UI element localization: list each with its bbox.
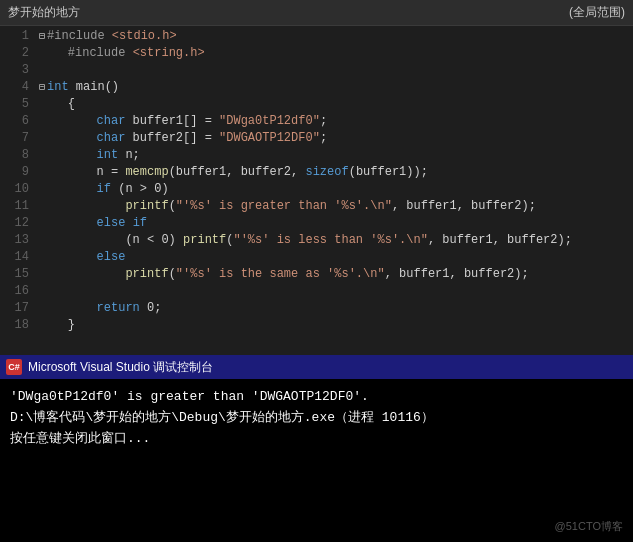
line-number: 2 xyxy=(0,45,29,62)
code-line: n = memcmp(buffer1, buffer2, sizeof(buff… xyxy=(39,164,629,181)
code-line xyxy=(39,283,629,300)
line-number: 17 xyxy=(0,300,29,317)
console-line-4: 按任意键关闭此窗口... xyxy=(10,429,623,450)
editor-scope: (全局范围) xyxy=(569,4,625,21)
watermark: @51CTO博客 xyxy=(555,518,623,536)
line-number: 14 xyxy=(0,249,29,266)
code-line: else xyxy=(39,249,629,266)
code-line: int n; xyxy=(39,147,629,164)
line-number: 1 xyxy=(0,28,29,45)
code-line: } xyxy=(39,317,629,334)
line-number: 12 xyxy=(0,215,29,232)
code-line: #include <string.h> xyxy=(39,45,629,62)
code-line: else if xyxy=(39,215,629,232)
code-line: return 0; xyxy=(39,300,629,317)
line-number: 6 xyxy=(0,113,29,130)
code-line: ⊟int main() xyxy=(39,79,629,96)
line-number: 3 xyxy=(0,62,29,79)
line-number: 18 xyxy=(0,317,29,334)
collapse-icon[interactable]: ⊟ xyxy=(39,28,45,45)
console-title: Microsoft Visual Studio 调试控制台 xyxy=(28,359,213,376)
code-line: { xyxy=(39,96,629,113)
vs-icon: C# xyxy=(6,359,22,375)
line-number: 13 xyxy=(0,232,29,249)
editor-file-title: 梦开始的地方 xyxy=(8,4,80,21)
code-line: printf("'%s' is the same as '%s'.\n", bu… xyxy=(39,266,629,283)
line-numbers: 123456789101112131415161718 xyxy=(0,26,35,355)
console-titlebar: C# Microsoft Visual Studio 调试控制台 xyxy=(0,355,633,379)
console-output: 'DWga0tP12df0' is greater than 'DWGAOTP1… xyxy=(0,379,633,542)
line-number: 7 xyxy=(0,130,29,147)
code-line: (n < 0) printf("'%s' is less than '%s'.\… xyxy=(39,232,629,249)
line-number: 4 xyxy=(0,79,29,96)
collapse-icon[interactable]: ⊟ xyxy=(39,79,45,96)
line-number: 10 xyxy=(0,181,29,198)
code-area: 123456789101112131415161718 ⊟#include <s… xyxy=(0,26,633,355)
line-number: 16 xyxy=(0,283,29,300)
console-line-1: 'DWga0tP12df0' is greater than 'DWGAOTP1… xyxy=(10,387,623,408)
editor-titlebar: 梦开始的地方 (全局范围) xyxy=(0,0,633,26)
code-line xyxy=(39,62,629,79)
line-number: 9 xyxy=(0,164,29,181)
code-line: char buffer1[] = "DWga0tP12df0"; xyxy=(39,113,629,130)
debug-console: C# Microsoft Visual Studio 调试控制台 'DWga0t… xyxy=(0,355,633,542)
line-number: 5 xyxy=(0,96,29,113)
code-line: char buffer2[] = "DWGAOTP12DF0"; xyxy=(39,130,629,147)
line-number: 11 xyxy=(0,198,29,215)
code-line: if (n > 0) xyxy=(39,181,629,198)
console-line-3: D:\博客代码\梦开始的地方\Debug\梦开始的地方.exe（进程 10116… xyxy=(10,408,623,429)
code-editor: 梦开始的地方 (全局范围) 12345678910111213141516171… xyxy=(0,0,633,355)
code-line: printf("'%s' is greater than '%s'.\n", b… xyxy=(39,198,629,215)
line-number: 15 xyxy=(0,266,29,283)
code-line: ⊟#include <stdio.h> xyxy=(39,28,629,45)
code-content[interactable]: ⊟#include <stdio.h> #include <string.h> … xyxy=(35,26,633,355)
line-number: 8 xyxy=(0,147,29,164)
